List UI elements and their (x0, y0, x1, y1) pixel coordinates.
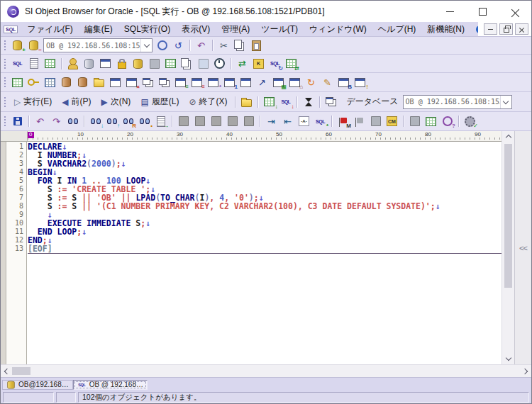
collapse-panel-button[interactable]: << (514, 131, 531, 364)
privilege-button[interactable]: K (251, 57, 266, 71)
prev-button[interactable]: ◀ 前(P) (57, 94, 96, 109)
minimize-button[interactable] (433, 1, 466, 22)
window-grid-button[interactable]: ▦ (271, 75, 286, 89)
toolbar-grip[interactable] (4, 116, 6, 127)
object-user-button[interactable] (65, 57, 80, 71)
result-grid-button[interactable] (423, 114, 438, 128)
menu-view[interactable]: 表示(V) (176, 22, 216, 37)
result-grid-export-button[interactable]: ↓ (262, 95, 277, 109)
execute-button[interactable]: ▷ 実行(E) (9, 94, 57, 109)
object-package-button[interactable] (179, 57, 194, 71)
task-object-browser[interactable]: OB@192.168… (2, 380, 73, 390)
connect-button[interactable]: + (10, 38, 25, 52)
window-tile-button[interactable] (157, 75, 172, 89)
window-data-button[interactable]: 1 (222, 75, 237, 89)
sql-format-button[interactable]: SQL * (313, 114, 328, 128)
database-combo[interactable]: OB @ 192.168.56.108:1521 (403, 95, 512, 109)
wordwrap-button[interactable]: -A- (297, 114, 311, 128)
copy-button[interactable] (233, 38, 248, 52)
folder-open-button[interactable] (92, 75, 106, 89)
window-note-button[interactable] (108, 75, 123, 89)
chevron-down-icon[interactable] (500, 96, 511, 108)
vertical-scroll-thumb[interactable] (504, 144, 512, 288)
object-table-button[interactable] (163, 57, 178, 71)
vertical-scroll-track[interactable] (502, 142, 514, 353)
window-close-button[interactable]: × (124, 75, 139, 89)
code-area[interactable]: DECLARE↓ I NUMBER;↓ S VARCHAR2(2000);↓BE… (27, 142, 501, 364)
data-import-button[interactable]: ⇄ (235, 57, 250, 71)
history-button[interactable]: ▤ 履歴(L) (135, 94, 184, 109)
menu-help[interactable]: ヘルプ(H) (372, 22, 422, 37)
save-file-button[interactable] (10, 114, 25, 128)
menu-tool[interactable]: ツール(T) (255, 22, 304, 37)
sql-load-button[interactable]: SQL ↻ (267, 57, 282, 71)
undo-edit-button[interactable]: ↶ (33, 114, 48, 128)
outdent-button[interactable]: ⇤ (280, 114, 295, 128)
menu-admin[interactable]: 管理(A) (216, 22, 255, 37)
mdi-close-button[interactable] (515, 23, 528, 35)
menu-file[interactable]: ファイル(F) (21, 22, 78, 37)
disabled-button-3[interactable] (209, 114, 223, 128)
connection-combo[interactable]: OB @ 192.168.56.108:1521 (43, 38, 153, 52)
external-open-button[interactable]: ↗ (255, 75, 270, 89)
menu-sql-exec[interactable]: SQL実行(O) (118, 22, 176, 37)
chevron-down-icon[interactable] (140, 39, 152, 52)
macro-play-button[interactable] (368, 114, 383, 128)
object-role-button[interactable] (114, 57, 129, 71)
cut-button[interactable]: ✂ (216, 38, 231, 52)
window-gear-button[interactable]: * (206, 75, 221, 89)
disabled-button-4[interactable] (225, 114, 240, 128)
undo-button[interactable]: ↶ (194, 38, 209, 52)
data-grid-button[interactable] (10, 75, 25, 89)
object-recyclebin-button[interactable] (196, 57, 211, 71)
table-transfer-button[interactable]: ⇄ (284, 57, 299, 71)
scroll-down-button[interactable] (502, 353, 514, 364)
script-execute-button[interactable] (26, 57, 41, 71)
open-sql-file-button[interactable] (239, 95, 254, 109)
incremental-find-button[interactable]: • (137, 114, 152, 128)
macro-record-button[interactable]: M (336, 114, 350, 128)
tree-detail-button[interactable]: ≡ (189, 75, 204, 89)
close-button[interactable] (499, 1, 531, 22)
rollback-button[interactable]: ↺ (171, 38, 186, 52)
window-home-button[interactable]: ⌂ (287, 75, 302, 89)
syntax-check-button[interactable]: ✓ (462, 114, 477, 128)
maximize-button[interactable] (466, 1, 499, 22)
session-key-button[interactable] (26, 75, 41, 89)
menu-newfeature[interactable]: 新機能(N) (421, 22, 470, 37)
child-system-icon[interactable]: SQL (4, 26, 18, 33)
toolbar-grip[interactable] (4, 77, 6, 88)
script-grid-button[interactable] (43, 57, 57, 71)
cup-button[interactable] (75, 75, 90, 89)
next-button[interactable]: ▶ 次(N) (96, 94, 135, 109)
horizontal-scroll-track[interactable] (12, 365, 520, 377)
horizontal-scroll-thumb[interactable] (12, 367, 31, 375)
redo-edit-button[interactable]: ↷ (49, 114, 64, 128)
goto-line-button[interactable]: → (153, 114, 168, 128)
sql-save-button[interactable]: SQL ↓ (278, 95, 293, 109)
menu-window[interactable]: ウィンドウ(W) (304, 22, 372, 37)
scroll-up-button[interactable] (502, 131, 514, 142)
calendar-grid-button[interactable] (43, 75, 57, 89)
window-plain-button[interactable] (238, 75, 253, 89)
window-help-button[interactable]: ! (353, 75, 367, 89)
wait-indicator-button[interactable] (301, 95, 316, 109)
window-arrange-button[interactable] (323, 95, 338, 109)
macro-save-button[interactable]: CM (384, 114, 399, 128)
toolbar-grip[interactable] (4, 58, 6, 69)
mdi-restore-button[interactable] (499, 23, 513, 35)
disabled-button-1[interactable] (176, 114, 191, 128)
tree-view-button[interactable]: ≡ (173, 75, 188, 89)
macro-pause-button[interactable] (352, 114, 367, 128)
disconnect-button[interactable]: − (26, 38, 41, 52)
paste-button[interactable] (249, 38, 264, 52)
sql-help-button[interactable]: ? (440, 114, 455, 128)
pot-button[interactable] (59, 75, 74, 89)
disabled-button-2[interactable] (192, 114, 207, 128)
scroll-left-button[interactable] (1, 365, 12, 377)
scroll-right-button[interactable] (520, 365, 531, 377)
horizontal-scrollbar[interactable] (1, 364, 531, 377)
window-ob-button[interactable]: B (336, 75, 351, 89)
menu-edit[interactable]: 編集(E) (79, 22, 118, 37)
object-client-button[interactable] (98, 57, 113, 71)
